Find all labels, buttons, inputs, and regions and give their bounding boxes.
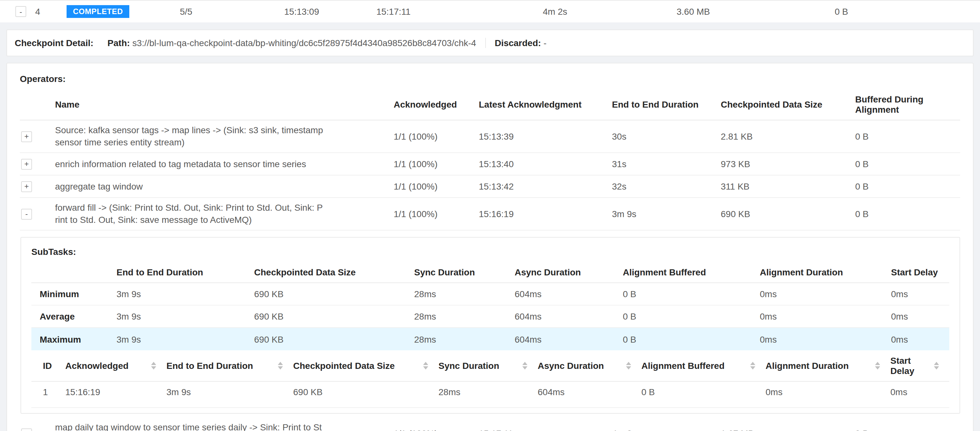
operator-end-to-end-duration: 3m 9s: [612, 209, 721, 219]
operator-buffered: 0 B: [855, 131, 960, 142]
operator-acknowledged: 1/1 (100%): [394, 131, 479, 142]
operator-buffered: 0 B: [855, 209, 960, 219]
subtasks-stats-header: End to End Duration Checkpointed Data Si…: [31, 263, 949, 283]
col-alignment-duration[interactable]: Alignment Duration: [765, 361, 849, 371]
subtask-checkpointed-data-size: 690 KB: [293, 387, 439, 397]
operator-row: + enrich information related to tag meta…: [20, 153, 960, 176]
operator-checkpointed-data-size: 2.81 KB: [721, 131, 855, 142]
operator-buffered: 0 B: [855, 159, 960, 169]
operator-checkpointed-data-size: 973 KB: [721, 159, 855, 169]
expand-operator-button[interactable]: +: [21, 158, 32, 169]
col-acknowledged[interactable]: Acknowledged: [65, 361, 129, 371]
operator-name: enrich information related to tag metada…: [55, 158, 306, 170]
col-end-to-end-duration[interactable]: End to End Duration: [166, 361, 253, 371]
col-async-duration[interactable]: Async Duration: [538, 361, 604, 371]
subtask-start-delay: 0ms: [890, 387, 949, 397]
col-start-delay[interactable]: Start Delay: [890, 356, 934, 376]
operator-row: - forward fill -> (Sink: Print to Std. O…: [20, 198, 960, 231]
col-sync-duration: Sync Duration: [414, 267, 515, 277]
stat-value: 28ms: [414, 311, 515, 321]
operator-latest-acknowledgment: 15:13:42: [479, 181, 612, 192]
checkpoint-trigger-time: 15:13:09: [284, 6, 319, 17]
stat-value: 3m 9s: [116, 289, 254, 299]
checkpoint-detail-card: Checkpoint Detail: Path: s3://bl-lum-qa-…: [6, 29, 974, 56]
operators-header-row: Name Acknowledged Latest Acknowledgment …: [20, 90, 960, 120]
operator-end-to-end-duration: 31s: [612, 159, 721, 169]
column-sorter-icon[interactable]: [934, 362, 939, 370]
operator-name: Source: kafka sensor tags -> map lines -…: [55, 124, 324, 148]
expand-operator-button[interactable]: +: [21, 181, 32, 192]
stats-row-minimum: Minimum 3m 9s 690 KB 28ms 604ms 0 B 0ms …: [31, 283, 949, 305]
stat-value: 0ms: [891, 289, 949, 299]
path-label: Path:: [108, 38, 130, 48]
operator-name: map daily tag window to sensor time seri…: [55, 421, 324, 431]
subtask-alignment-duration: 0ms: [765, 387, 890, 397]
subtask-row: 1 15:16:19 3m 9s 690 KB 28ms 604ms 0 B 0…: [31, 382, 949, 408]
col-start-delay: Start Delay: [891, 267, 949, 277]
status-badge: COMPLETED: [67, 5, 129, 18]
col-alignment-duration: Alignment Duration: [760, 267, 891, 277]
operator-acknowledged: 1/1 (100%): [394, 209, 479, 219]
stat-value: 604ms: [515, 289, 623, 299]
checkpoint-data-size: 3.60 MB: [676, 6, 710, 17]
stat-label: Minimum: [40, 289, 116, 299]
checkpoint-buffered: 0 B: [835, 6, 848, 17]
stat-value: 0ms: [760, 334, 891, 344]
stat-value: 28ms: [414, 289, 515, 299]
column-sorter-icon[interactable]: [522, 362, 527, 370]
column-sorter-icon[interactable]: [875, 362, 880, 370]
col-buffered-during-alignment: Buffered During Alignment: [855, 94, 960, 115]
stats-row-average: Average 3m 9s 690 KB 28ms 604ms 0 B 0ms …: [31, 305, 949, 328]
checkpoint-end-to-end-duration: 4m 2s: [543, 6, 567, 17]
collapse-checkpoint-button[interactable]: -: [15, 6, 26, 17]
operator-latest-acknowledgment: 15:13:39: [479, 131, 612, 142]
column-sorter-icon[interactable]: [423, 362, 428, 370]
operator-end-to-end-duration: 32s: [612, 181, 721, 192]
discarded-label: Discarded:: [495, 38, 541, 48]
subtasks-panel: SubTasks: End to End Duration Checkpoint…: [21, 237, 960, 414]
col-sync-duration[interactable]: Sync Duration: [439, 361, 499, 371]
operator-name: forward fill -> (Sink: Print to Std. Out…: [55, 202, 324, 226]
column-sorter-icon[interactable]: [278, 362, 283, 370]
expanded-checkpoint-detail: Checkpoint Detail: Path: s3://bl-lum-qa-…: [0, 22, 980, 431]
stat-value: 0 B: [623, 289, 760, 299]
expand-operator-button[interactable]: +: [21, 131, 32, 142]
subtask-id: 1: [43, 387, 65, 397]
column-sorter-icon[interactable]: [151, 362, 156, 370]
operator-buffered: 0 B: [855, 428, 960, 431]
operator-acknowledged: 1/1 (100%): [394, 428, 479, 431]
subtasks-title: SubTasks:: [31, 247, 949, 257]
stat-value: 28ms: [414, 334, 515, 344]
col-alignment-buffered[interactable]: Alignment Buffered: [641, 361, 725, 371]
col-acknowledged: Acknowledged: [394, 99, 479, 110]
checkpoint-path: Path: s3://bl-lum-qa-checkpoint-data/bp-…: [108, 38, 476, 48]
col-checkpointed-data-size: Checkpointed Data Size: [254, 267, 414, 277]
col-end-to-end-duration: End to End Duration: [116, 267, 254, 277]
stat-label: Average: [40, 311, 116, 321]
operator-acknowledged: 1/1 (100%): [394, 159, 479, 169]
subtask-async-duration: 604ms: [538, 387, 641, 397]
checkpoint-summary-row: - 4 COMPLETED 5/5 15:13:09 15:17:11 4m 2…: [0, 0, 980, 22]
stat-value: 604ms: [515, 311, 623, 321]
stat-label: Maximum: [40, 334, 116, 344]
stat-value: 3m 9s: [116, 311, 254, 321]
expand-operator-button[interactable]: +: [21, 428, 32, 431]
operator-checkpointed-data-size: 311 KB: [721, 181, 855, 192]
col-checkpointed-data-size[interactable]: Checkpointed Data Size: [293, 361, 395, 371]
checkpoint-id: 4: [35, 6, 40, 17]
stat-value: 690 KB: [254, 334, 414, 344]
stats-row-maximum: Maximum 3m 9s 690 KB 28ms 604ms 0 B 0ms …: [31, 328, 949, 350]
collapse-operator-button[interactable]: -: [21, 208, 32, 219]
operator-name: aggregate tag window: [55, 180, 143, 192]
operator-latest-acknowledgment: 15:16:19: [479, 209, 612, 219]
column-sorter-icon[interactable]: [750, 362, 755, 370]
stat-value: 0 B: [623, 311, 760, 321]
operator-row: + aggregate tag window 1/1 (100%) 15:13:…: [20, 176, 960, 198]
col-name: Name: [55, 99, 394, 110]
subtask-sync-duration: 28ms: [439, 387, 538, 397]
column-sorter-icon[interactable]: [626, 362, 631, 370]
stat-value: 690 KB: [254, 311, 414, 321]
col-end-to-end-duration: End to End Duration: [612, 99, 721, 110]
col-id: ID: [43, 361, 52, 371]
stat-value: 3m 9s: [116, 334, 254, 344]
